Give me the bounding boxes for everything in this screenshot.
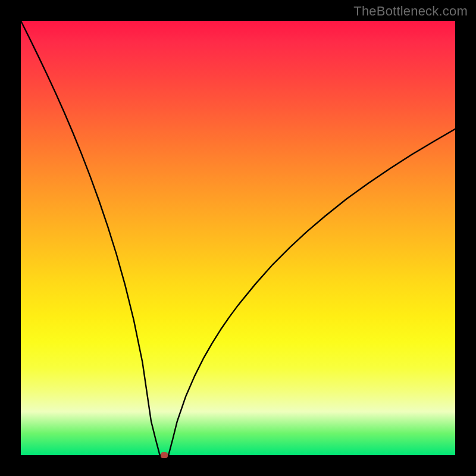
chart-frame: TheBottleneck.com: [0, 0, 476, 476]
watermark-label: TheBottleneck.com: [353, 4, 468, 19]
bottleneck-curve: [21, 21, 455, 455]
optimum-marker: [161, 452, 168, 458]
